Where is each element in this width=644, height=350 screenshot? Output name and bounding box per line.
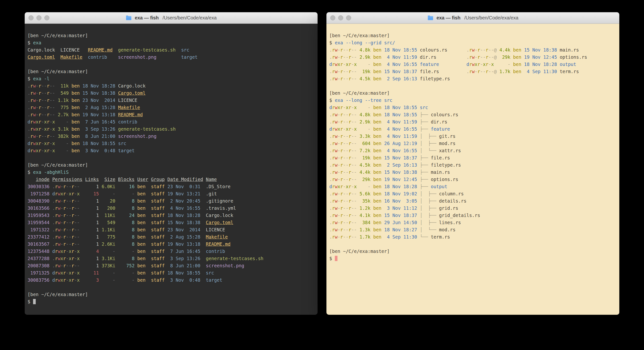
terminal-text-segment: r xyxy=(340,76,343,81)
window-title-path: /Users/ben/Code/exa/exa xyxy=(162,15,217,20)
terminal-text-segment: - xyxy=(338,112,340,117)
terminal-line: .rw-r--r-- 5.6k ben 18 Nov 19:02 │ ├── c… xyxy=(329,190,617,197)
terminal-text-segment: 4 Nov 16:55 xyxy=(384,148,417,153)
terminal-text-segment: r xyxy=(38,90,41,96)
terminal-text-segment xyxy=(417,177,420,182)
terminal-text-segment: - xyxy=(346,54,348,60)
terminal-text-segment: . xyxy=(28,90,30,96)
terminal-text-segment: r xyxy=(348,220,351,225)
terminal-text-segment xyxy=(370,227,373,232)
terminal-text-segment: │ ├── xyxy=(420,191,439,196)
minimize-button[interactable] xyxy=(338,15,343,20)
terminal-text-segment xyxy=(496,69,499,74)
terminal-text-segment: 4 Nov 16:55 xyxy=(168,206,200,211)
terminal-text-segment xyxy=(134,242,137,247)
terminal-text-segment: 30163566 xyxy=(28,206,50,211)
close-button[interactable] xyxy=(28,15,34,20)
terminal-text-segment: w xyxy=(472,62,474,67)
terminal-text-segment: ben xyxy=(373,170,381,175)
terminal-text-segment: 752 xyxy=(118,263,135,268)
terminal-text-segment: Makefile xyxy=(206,234,228,240)
terminal-text-segment: 6.0Ki xyxy=(102,184,115,189)
terminal-text-segment: w xyxy=(335,177,338,182)
terminal-text-segment xyxy=(357,198,360,204)
titlebar[interactable]: exa — fish /Users/ben/Code/exa/exa xyxy=(25,12,318,24)
terminal-text-segment: r xyxy=(348,148,351,153)
terminal-text-segment xyxy=(115,213,118,218)
terminal-text-segment: - xyxy=(343,234,346,240)
terminal-text-segment xyxy=(80,184,85,189)
terminal-text-segment: 1 xyxy=(85,220,99,225)
terminal-text-segment: x xyxy=(77,256,80,261)
terminal-text-segment xyxy=(357,76,360,81)
terminal-text-segment: w xyxy=(335,213,338,218)
terminal-text-segment: . xyxy=(28,83,30,88)
terminal-text-segment xyxy=(115,141,118,146)
terminal-text-segment: ben xyxy=(373,141,381,146)
terminal-text-segment xyxy=(69,134,72,139)
terminal-line: .rw-r--r-- 4.4k ben 15 Nov 18:38 ├── mai… xyxy=(329,168,617,176)
terminal-text-segment: - xyxy=(338,47,340,52)
terminal-text-segment: - xyxy=(343,119,346,124)
terminal-line: $ exa --long --tree src xyxy=(329,96,617,104)
terminal-text-segment: 5.6k xyxy=(360,191,370,196)
terminal-text-segment: r xyxy=(55,248,58,254)
terminal-text-segment xyxy=(134,213,137,218)
terminal-text-segment xyxy=(370,112,373,117)
terminal-text-segment: .travis.yml xyxy=(206,206,236,211)
terminal-text-segment xyxy=(382,112,384,117)
titlebar[interactable]: exa — fish /Users/ben/Code/exa/exa xyxy=(326,12,619,24)
terminal-text-segment: r xyxy=(38,141,41,146)
terminal-text-segment: - xyxy=(488,47,491,52)
terminal-text-segment xyxy=(417,170,420,175)
terminal-text-segment: - xyxy=(338,155,340,160)
terminal-text-segment xyxy=(50,206,52,211)
terminal-text-segment: 2.7k xyxy=(58,112,69,117)
close-button[interactable] xyxy=(330,15,335,20)
terminal-text-segment: x xyxy=(69,256,72,261)
terminal-text-segment xyxy=(99,198,102,204)
terminal-text-segment: - xyxy=(483,69,486,74)
terminal-output-dark[interactable]: [ben ~/C/e/exa:master]$ exaCargo.lock LI… xyxy=(25,24,318,315)
terminal-text-segment: - xyxy=(351,213,354,218)
terminal-text-segment xyxy=(382,220,384,225)
terminal-text-segment: . xyxy=(52,256,55,261)
terminal-text-segment: └── xyxy=(420,234,431,240)
minimize-button[interactable] xyxy=(36,15,42,20)
terminal-text-segment xyxy=(200,206,206,211)
terminal-text-segment: 15 Nov 18:37 xyxy=(384,155,417,160)
terminal-text-segment: - xyxy=(69,206,72,211)
terminal-text-segment: │ ├── xyxy=(420,134,439,139)
terminal-text-segment: . xyxy=(52,263,55,268)
terminal-text-segment: [ben ~/C/e/exa:master] xyxy=(329,33,390,38)
terminal-text-segment: w xyxy=(335,62,338,67)
terminal-text-segment: 11 xyxy=(85,270,99,276)
terminal-line: .rw-r--r-- 4.5k ben 2 Sep 16:13 ├── file… xyxy=(329,161,617,168)
terminal-text-segment: staff xyxy=(151,227,165,232)
zoom-button[interactable] xyxy=(44,15,49,20)
terminal-text-segment: r xyxy=(332,76,334,81)
terminal-line: 1971322 .rw-r--r-- 1 1.1Ki 8 ben staff 2… xyxy=(28,226,315,233)
terminal-text-segment: r xyxy=(47,98,49,103)
terminal-text-segment: 19 Nov 13:18 xyxy=(168,242,200,247)
terminal-text-segment: 3 Sep 13:26 xyxy=(82,126,115,132)
terminal-line: [ben ~/C/e/exa:master] xyxy=(28,32,315,39)
terminal-text-segment: ben xyxy=(72,119,80,124)
terminal-text-segment: - xyxy=(36,83,38,88)
terminal-text-segment: - xyxy=(346,170,348,175)
zoom-button[interactable] xyxy=(346,15,351,20)
terminal-text-segment: r xyxy=(332,47,334,52)
terminal-text-segment xyxy=(200,248,206,254)
terminal-text-segment: [ben ~/C/e/exa:master] xyxy=(28,69,88,74)
terminal-text-segment xyxy=(200,270,206,276)
terminal-text-segment xyxy=(357,148,360,153)
terminal-output-light[interactable]: [ben ~/C/e/exa:master]$ exa --long --gri… xyxy=(326,24,619,315)
terminal-text-segment: - xyxy=(354,191,357,196)
terminal-text-segment: ben xyxy=(137,270,146,276)
terminal-text-segment: r xyxy=(332,213,334,218)
terminal-text-segment: Date Modified xyxy=(168,177,203,182)
terminal-text-segment: w xyxy=(335,170,338,175)
terminal-text-segment: r xyxy=(30,105,33,110)
terminal-text-segment xyxy=(80,277,85,283)
terminal-text-segment xyxy=(50,177,52,182)
